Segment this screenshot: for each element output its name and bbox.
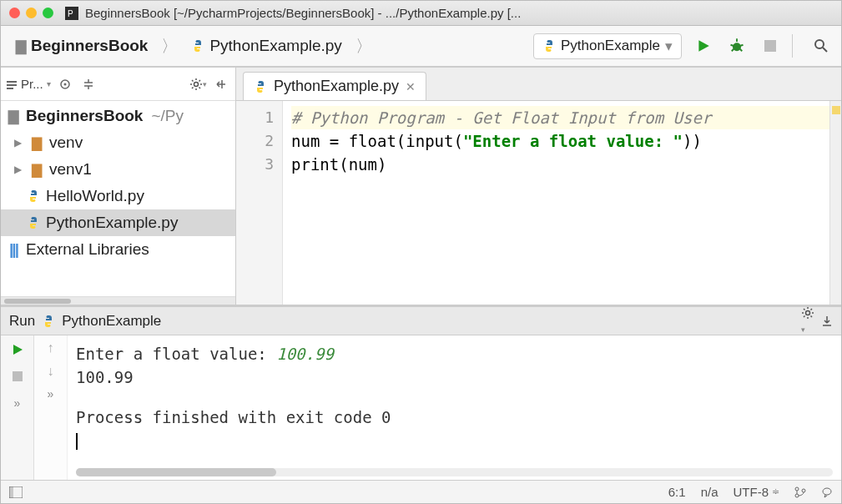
code-line-1: # Python Program - Get Float Input from … bbox=[291, 108, 711, 127]
tree-item-label: venv1 bbox=[49, 160, 92, 179]
tree-item-pythonexample[interactable]: PythonExample.py bbox=[1, 209, 235, 236]
python-file-icon bbox=[542, 39, 556, 53]
editor-pane: PythonExample.py ✕ 1 2 3 # Python Progra… bbox=[236, 68, 841, 305]
tree-root[interactable]: ▇ BeginnersBook ~/Py bbox=[1, 103, 235, 129]
run-header: Run PythonExample ▾ bbox=[1, 307, 841, 335]
tree-item-helloworld[interactable]: HelloWorld.py bbox=[1, 183, 235, 209]
more-icon[interactable]: » bbox=[8, 394, 27, 412]
rerun-button[interactable] bbox=[8, 340, 27, 359]
navigation-bar: ▇ BeginnersBook 〉 PythonExample.py 〉 Pyt… bbox=[1, 26, 841, 68]
up-arrow-icon[interactable]: ↑ bbox=[48, 340, 54, 355]
tree-item-label: venv bbox=[49, 134, 83, 152]
svg-line-4 bbox=[731, 45, 734, 46]
down-arrow-icon[interactable]: ↓ bbox=[48, 364, 54, 379]
svg-point-24 bbox=[823, 488, 831, 495]
line-number: 2 bbox=[236, 129, 282, 153]
svg-rect-13 bbox=[7, 88, 13, 89]
inspection-status[interactable]: n/a bbox=[701, 485, 718, 499]
collapse-all-icon[interactable] bbox=[79, 75, 98, 93]
folder-icon: ▇ bbox=[16, 38, 26, 54]
sidebar-scrollbar[interactable] bbox=[1, 296, 235, 305]
code-area[interactable]: # Python Program - Get Float Input from … bbox=[283, 101, 841, 305]
console-scrollbar[interactable] bbox=[76, 468, 833, 476]
python-file-icon bbox=[254, 80, 267, 93]
svg-point-15 bbox=[63, 83, 66, 85]
console-user-input: 100.99 bbox=[276, 345, 334, 363]
svg-line-7 bbox=[740, 49, 743, 52]
svg-rect-12 bbox=[7, 84, 17, 86]
error-stripe[interactable] bbox=[829, 101, 841, 305]
close-window-icon[interactable] bbox=[9, 8, 20, 18]
svg-point-22 bbox=[795, 494, 799, 497]
chevron-right-icon: 〉 bbox=[352, 35, 376, 58]
notifications-icon[interactable] bbox=[821, 486, 833, 498]
tree-item-venv1[interactable]: ▶ ▇ venv1 bbox=[1, 156, 235, 183]
tree-external-libraries[interactable]: ||| External Libraries bbox=[1, 236, 235, 263]
editor-tabs: PythonExample.py ✕ bbox=[236, 68, 841, 101]
folder-icon: ▇ bbox=[29, 162, 44, 177]
expand-triangle-icon[interactable]: ▶ bbox=[14, 164, 24, 175]
breadcrumb-project-label: BeginnersBook bbox=[31, 37, 148, 55]
python-file-icon bbox=[26, 189, 41, 204]
scroll-to-source-icon[interactable] bbox=[56, 75, 74, 93]
project-view-label: Pr... bbox=[21, 77, 43, 91]
console-exit: Process finished with exit code 0 bbox=[76, 406, 833, 429]
caret-icon bbox=[76, 433, 78, 450]
stop-button[interactable] bbox=[759, 34, 782, 58]
editor-tab-pythonexample[interactable]: PythonExample.py ✕ bbox=[243, 72, 426, 100]
project-tool-window: Pr... ▾ ▾ ▇ bbox=[1, 68, 236, 305]
chevron-down-icon: ▾ bbox=[665, 38, 673, 55]
search-everywhere-button[interactable] bbox=[809, 34, 833, 58]
tree-item-venv[interactable]: ▶ ▇ venv bbox=[1, 129, 235, 156]
expand-triangle-icon[interactable]: ▶ bbox=[14, 137, 24, 149]
code-line-2: num = float(input("Enter a float value: … bbox=[291, 132, 702, 150]
svg-line-6 bbox=[732, 49, 734, 52]
editor[interactable]: 1 2 3 # Python Program - Get Float Input… bbox=[236, 101, 841, 305]
folder-icon: ▇ bbox=[29, 135, 44, 150]
separator bbox=[792, 34, 793, 58]
file-encoding[interactable]: UTF-8≑ bbox=[734, 485, 780, 499]
minimize-window-icon[interactable] bbox=[26, 8, 37, 18]
debug-button[interactable] bbox=[725, 34, 749, 58]
line-gutter: 1 2 3 bbox=[236, 101, 283, 305]
svg-line-10 bbox=[823, 48, 827, 52]
breadcrumb-file-label: PythonExample.py bbox=[209, 37, 341, 55]
console-output[interactable]: Enter a float value: 100.99 100.99 Proce… bbox=[68, 335, 841, 480]
breadcrumb-file[interactable]: PythonExample.py bbox=[184, 33, 348, 58]
settings-gear-icon[interactable]: ▾ bbox=[189, 75, 207, 93]
svg-text:P: P bbox=[68, 9, 73, 18]
breadcrumb-project[interactable]: ▇ BeginnersBook bbox=[9, 33, 154, 58]
close-tab-icon[interactable]: ✕ bbox=[406, 80, 416, 93]
svg-point-9 bbox=[815, 40, 824, 48]
window-controls bbox=[9, 8, 53, 18]
project-view-selector[interactable]: Pr... ▾ bbox=[6, 77, 51, 91]
cursor-position[interactable]: 6:1 bbox=[668, 485, 686, 499]
settings-gear-icon[interactable]: ▾ bbox=[801, 306, 814, 336]
svg-rect-11 bbox=[7, 81, 17, 83]
svg-rect-18 bbox=[13, 371, 23, 381]
svg-point-16 bbox=[194, 82, 198, 86]
svg-point-17 bbox=[806, 310, 810, 315]
titlebar: P BeginnersBook [~/PycharmProjects/Begin… bbox=[1, 1, 841, 26]
more-icon[interactable]: » bbox=[48, 387, 54, 401]
warning-marker-icon[interactable] bbox=[832, 106, 840, 114]
tree-root-path: ~/Py bbox=[151, 107, 184, 125]
hide-tool-window-icon[interactable] bbox=[212, 75, 230, 93]
console-echo: 100.99 bbox=[76, 365, 833, 389]
tool-windows-button[interactable] bbox=[9, 486, 23, 498]
python-file-icon bbox=[191, 39, 204, 53]
svg-line-5 bbox=[740, 45, 744, 46]
run-config-name: PythonExample bbox=[62, 313, 161, 330]
tree-item-label: PythonExample.py bbox=[46, 214, 178, 232]
git-branch-icon[interactable] bbox=[794, 486, 806, 498]
console-prompt: Enter a float value: bbox=[76, 345, 276, 363]
chevron-right-icon: 〉 bbox=[158, 35, 181, 58]
download-icon[interactable] bbox=[821, 315, 833, 327]
zoom-window-icon[interactable] bbox=[43, 8, 53, 18]
python-file-icon bbox=[42, 315, 55, 328]
window-title: BeginnersBook [~/PycharmProjects/Beginne… bbox=[85, 6, 833, 20]
run-configuration-selector[interactable]: PythonExample ▾ bbox=[533, 33, 682, 59]
stop-button[interactable] bbox=[8, 367, 27, 386]
run-button[interactable] bbox=[692, 34, 715, 58]
run-header-prefix: Run bbox=[9, 313, 35, 330]
